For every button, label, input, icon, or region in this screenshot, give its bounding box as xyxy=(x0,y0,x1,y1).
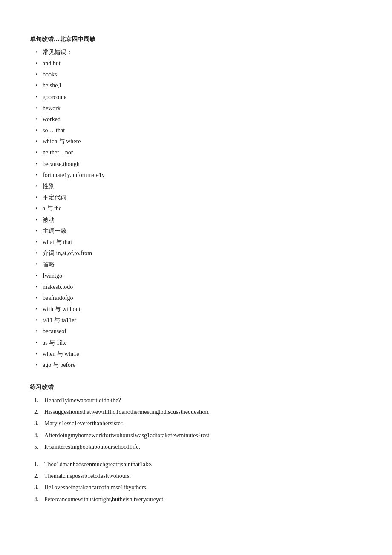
section1-item-17: what 与 that xyxy=(34,237,362,247)
section1-item-3: he,she,I xyxy=(34,80,362,91)
group1-num-0: 1. xyxy=(34,395,39,406)
group1-item-1: 2.Hissuggestionisthatwewi11ho1danotherme… xyxy=(34,407,362,417)
group2-item-0: 1.Theo1dmanhadseenmuchgreatfishinthat1ak… xyxy=(34,459,362,470)
section1-item-19: 省略 xyxy=(34,259,362,270)
section1-item-13: 不定代词 xyxy=(34,192,362,203)
section1: 单句改错…北京四中周敏 常见错误：and,butbookshe,she,Igoo… xyxy=(30,34,362,370)
section2-title: 练习改错 xyxy=(30,382,362,392)
section1-item-8: which 与 where xyxy=(34,136,362,147)
section2: 练习改错 1.Hehard1yknewaboutit,didn·the?2.Hi… xyxy=(30,382,362,504)
section1-item-27: when 与 whi1e xyxy=(34,349,362,359)
section1-item-10: because,though xyxy=(34,159,362,169)
section1-item-1: and,but xyxy=(34,58,362,69)
section1-item-12: 性别 xyxy=(34,181,362,192)
section1-item-14: a 与 the xyxy=(34,203,362,214)
section1-item-25: becauseof xyxy=(34,326,362,337)
group1-item-4: 5.It·sainterestingbookaboutourschoo11ife… xyxy=(34,442,362,452)
group2-item-3: 4.Petercancomewithustonight,butheisn·tve… xyxy=(34,494,362,505)
group2-num-0: 1. xyxy=(34,459,39,470)
group2-num-2: 3. xyxy=(34,482,39,493)
section1-item-6: worked xyxy=(34,114,362,125)
section1-list: 常见错误：and,butbookshe,she,Igoorcomeheworkw… xyxy=(34,47,362,370)
section2-group2: 1.Theo1dmanhadseenmuchgreatfishinthat1ak… xyxy=(34,459,362,505)
section1-item-2: books xyxy=(34,69,362,80)
group1-num-4: 5. xyxy=(34,442,39,452)
section1-item-16: 主调一致 xyxy=(34,226,362,236)
group2-item-1: 2.Thematchispossib1eto1asttwohours. xyxy=(34,471,362,481)
section1-item-24: ta11 与 ta11er xyxy=(34,315,362,325)
section1-item-21: makesb.todo xyxy=(34,282,362,292)
section1-item-5: hework xyxy=(34,103,362,113)
group1-item-2: 3.Maryis1essc1evererthanhersister. xyxy=(34,418,362,429)
group2-num-3: 4. xyxy=(34,494,39,505)
section1-item-28: ago 与 before xyxy=(34,360,362,370)
group1-num-2: 3. xyxy=(34,418,39,429)
section1-item-26: as 与 1ike xyxy=(34,337,362,348)
section1-item-22: beafraidofgo xyxy=(34,293,362,303)
group2-item-2: 3.He1ovesbeingtakencareofhimse1fbyothers… xyxy=(34,482,362,493)
section1-item-23: with 与 without xyxy=(34,304,362,314)
section1-item-11: fortunate1y,unfortunate1y xyxy=(34,170,362,180)
section1-item-7: so-…that xyxy=(34,125,362,136)
section1-item-9: neither…nor xyxy=(34,147,362,158)
section2-group1: 1.Hehard1yknewaboutit,didn·the?2.Hissugg… xyxy=(34,395,362,452)
section1-item-18: 介词 in,at,of,to,from xyxy=(34,248,362,259)
group2-num-1: 2. xyxy=(34,471,39,481)
section1-title: 单句改错…北京四中周敏 xyxy=(30,34,362,44)
group1-item-0: 1.Hehard1yknewaboutit,didn·the? xyxy=(34,395,362,406)
group1-num-1: 2. xyxy=(34,407,39,417)
section1-item-4: goorcome xyxy=(34,92,362,102)
section1-item-0: 常见错误： xyxy=(34,47,362,58)
group1-num-3: 4. xyxy=(34,430,39,441)
section1-item-15: 被动 xyxy=(34,215,362,225)
group1-item-3: 4.AfterdoingmyhomeworkfortwohoursIwasg1a… xyxy=(34,430,362,441)
section1-item-20: Iwantgo xyxy=(34,270,362,281)
